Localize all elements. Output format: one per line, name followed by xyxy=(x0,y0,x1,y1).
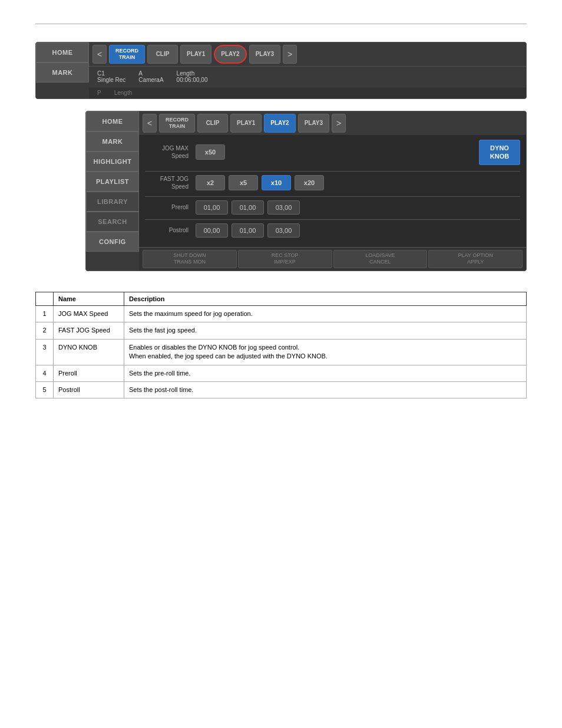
tab-play1[interactable]: PLAY1 xyxy=(180,45,211,64)
row2-right: Length xyxy=(111,88,136,97)
table-row: 2 FAST JOG Speed Sets the fast jog speed… xyxy=(36,322,527,339)
p2-search-button[interactable]: SEARCH xyxy=(86,212,139,232)
panel1-main: < RECORD TRAIN CLIP PLAY1 PLAY2 PLAY3 > … xyxy=(89,42,526,98)
length-info: Length 00:06:00,00 xyxy=(173,69,211,84)
p2-tab-play2[interactable]: PLAY2 xyxy=(264,114,295,133)
table-cell-desc: Enables or disables the DYNO KNOB for jo… xyxy=(124,339,527,365)
table-cell-desc: Sets the post-roll time. xyxy=(124,381,527,398)
table-cell-num: 5 xyxy=(36,381,54,398)
panel1-info-bar: C1 Single Rec A CameraA Length 00:06:00,… xyxy=(89,66,526,87)
p2-tab-play3[interactable]: PLAY3 xyxy=(298,114,329,133)
p2-tab-nav-right[interactable]: > xyxy=(332,114,346,133)
table-cell-desc: Sets the maximum speed for jog operation… xyxy=(124,305,527,322)
fast-jog-label: FAST JOGSpeed xyxy=(145,175,192,190)
tab-play2-highlighted[interactable]: PLAY2 xyxy=(214,45,246,64)
tab-nav-left[interactable]: < xyxy=(92,45,107,64)
jog-max-label: JOG MAXSpeed xyxy=(145,144,192,160)
dyno-knob-button[interactable]: DYNOKNOB xyxy=(479,140,520,165)
jog-max-row: JOG MAXSpeed x50 DYNOKNOB xyxy=(145,140,520,165)
p2-library-button[interactable]: LIBRARY xyxy=(86,192,139,212)
table-cell-num: 3 xyxy=(36,339,54,365)
play-option-button[interactable]: PLAY OPTIONAPPLY xyxy=(428,250,523,268)
fast-jog-x20-button[interactable]: x20 xyxy=(295,175,324,190)
p2-home-button[interactable]: HOME xyxy=(86,111,139,131)
preroll-val3: 03,00 xyxy=(267,200,300,215)
divider2 xyxy=(145,196,520,197)
tab-play3[interactable]: PLAY3 xyxy=(249,45,280,64)
panel1-sidebar: HOME MARK xyxy=(36,42,89,98)
table-row: 5 Postroll Sets the post-roll time. xyxy=(36,381,527,398)
jog-max-x50-button[interactable]: x50 xyxy=(196,144,225,160)
data-table: Name Description 1 JOG MAX Speed Sets th… xyxy=(35,292,527,398)
table-cell-name: Postroll xyxy=(54,381,124,398)
load-save-button[interactable]: LOAD/SAVECANCEL xyxy=(333,250,428,268)
p2-mark-button[interactable]: MARK xyxy=(86,131,139,151)
table-cell-name: Preroll xyxy=(54,365,124,381)
preroll-val2: 01,00 xyxy=(232,200,264,215)
annotation-spacer xyxy=(35,271,527,283)
preroll-label: Preroll xyxy=(145,204,192,210)
p2-highlight-button[interactable]: HIGHLIGHT xyxy=(86,151,139,172)
panel1-info-bar2: P Length xyxy=(89,87,526,98)
home-button[interactable]: HOME xyxy=(36,42,89,62)
action-bar: SHUT DOWNTRANS MON REC STOPIMP/EXP LOAD/… xyxy=(139,247,526,271)
table-cell-num: 4 xyxy=(36,365,54,381)
fast-jog-x10-button[interactable]: x10 xyxy=(262,175,291,190)
table-cell-name: FAST JOG Speed xyxy=(54,322,124,339)
table-cell-desc: Sets the fast jog speed. xyxy=(124,322,527,339)
fast-jog-x5-button[interactable]: x5 xyxy=(229,175,258,190)
shutdown-button[interactable]: SHUT DOWNTRANS MON xyxy=(143,250,237,268)
postroll-val2: 01,00 xyxy=(232,223,264,238)
divider3 xyxy=(145,219,520,220)
rec-stop-button[interactable]: REC STOPIMP/EXP xyxy=(238,250,332,268)
panel1: HOME MARK < RECORD TRAIN CLIP PLAY1 PLAY… xyxy=(35,42,527,99)
table-cell-name: JOG MAX Speed xyxy=(54,305,124,322)
postroll-label: Postroll xyxy=(145,227,192,233)
p2-config-button[interactable]: CONFIG xyxy=(86,232,139,252)
p2-playlist-button[interactable]: PLAYLIST xyxy=(86,172,139,192)
divider1 xyxy=(145,171,520,172)
tab-clip[interactable]: CLIP xyxy=(147,45,178,64)
panel2-tab-bar: < RECORD TRAIN CLIP PLAY1 PLAY2 PLAY3 > xyxy=(139,111,526,135)
panel1-tab-bar: < RECORD TRAIN CLIP PLAY1 PLAY2 PLAY3 > xyxy=(89,42,526,66)
preroll-row: Preroll 01,00 01,00 03,00 xyxy=(145,200,520,215)
table-header-desc: Description xyxy=(124,292,527,305)
preroll-val1: 01,00 xyxy=(196,200,228,215)
panel2-sidebar: HOME MARK HIGHLIGHT PLAYLIST LIBRARY SEA… xyxy=(86,111,139,271)
camera-info: A CameraA xyxy=(135,69,167,84)
postroll-row: Postroll 00,00 01,00 03,00 xyxy=(145,223,520,238)
panel2-content: JOG MAXSpeed x50 DYNOKNOB FAST JOGSpeed … xyxy=(139,135,526,247)
tab-nav-right[interactable]: > xyxy=(283,45,297,64)
table-cell-num: 1 xyxy=(36,305,54,322)
channel-info: C1 Single Rec xyxy=(94,69,129,84)
fast-jog-x2-button[interactable]: x2 xyxy=(196,175,225,190)
table-cell-num: 2 xyxy=(36,322,54,339)
table-header-num xyxy=(36,292,54,305)
panel2-wrapper: HOME MARK HIGHLIGHT PLAYLIST LIBRARY SEA… xyxy=(35,111,527,271)
table-body: 1 JOG MAX Speed Sets the maximum speed f… xyxy=(36,305,527,398)
fast-jog-row: FAST JOGSpeed x2 x5 x10 x20 xyxy=(145,175,520,190)
postroll-val3: 03,00 xyxy=(267,223,300,238)
p2-tab-nav-left[interactable]: < xyxy=(143,114,157,133)
table-row: 3 DYNO KNOB Enables or disables the DYNO… xyxy=(36,339,527,365)
panel2-main: < RECORD TRAIN CLIP PLAY1 PLAY2 PLAY3 > … xyxy=(139,111,526,271)
table-row: 4 Preroll Sets the pre-roll time. xyxy=(36,365,527,381)
table-header-name: Name xyxy=(54,292,124,305)
tab-record-train[interactable]: RECORD TRAIN xyxy=(109,45,145,64)
table-cell-name: DYNO KNOB xyxy=(54,339,124,365)
mark-button[interactable]: MARK xyxy=(36,62,89,83)
p2-tab-play1[interactable]: PLAY1 xyxy=(230,114,262,133)
top-divider xyxy=(35,24,527,24)
p2-tab-record-train[interactable]: RECORD TRAIN xyxy=(159,114,195,133)
panel2: HOME MARK HIGHLIGHT PLAYLIST LIBRARY SEA… xyxy=(85,111,527,271)
row2-left: P xyxy=(94,88,105,97)
table-cell-desc: Sets the pre-roll time. xyxy=(124,365,527,381)
p2-tab-clip[interactable]: CLIP xyxy=(197,114,228,133)
table-row: 1 JOG MAX Speed Sets the maximum speed f… xyxy=(36,305,527,322)
postroll-val1: 00,00 xyxy=(196,223,228,238)
